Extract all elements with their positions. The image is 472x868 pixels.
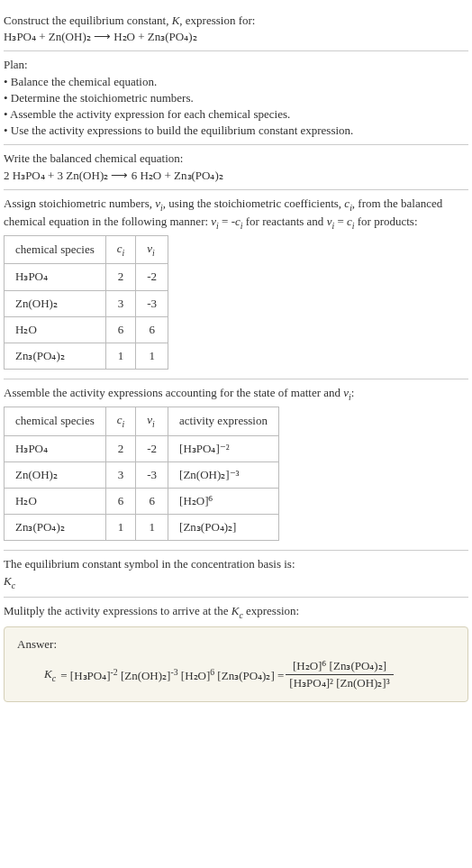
- multiply-text: Mulitply the activity expressions to arr…: [4, 603, 468, 621]
- cell: 1: [136, 515, 168, 541]
- cell: -3: [136, 290, 168, 316]
- activity-intro: Assemble the activity expressions accoun…: [4, 385, 468, 403]
- balanced-section: Write the balanced chemical equation: 2 …: [4, 145, 468, 189]
- table-row: Zn(OH)₂3-3: [5, 290, 168, 316]
- cell: H₂O: [5, 316, 106, 343]
- cell: H₃PO₄: [5, 264, 106, 290]
- cell: Zn₃(PO₄)₂: [5, 515, 106, 541]
- frac-denominator: [H₃PO₄]² [Zn(OH)₂]³: [286, 675, 393, 691]
- cell: 3: [105, 290, 136, 316]
- answer-equation: Kc = [H₃PO₄]-2 [Zn(OH)₂]-3 [H₂O]6 [Zn₃(P…: [17, 653, 455, 691]
- plan-section: Plan: • Balance the chemical equation. •…: [4, 51, 468, 145]
- activity-table: chemical species ci νi activity expressi…: [4, 407, 279, 541]
- cell: 1: [105, 515, 136, 541]
- plan-item: • Use the activity expressions to build …: [4, 123, 468, 139]
- table-row: H₂O66[H₂O]⁶: [5, 488, 279, 514]
- col-ci: ci: [105, 236, 136, 264]
- table-row: Zn₃(PO₄)₂11[Zn₃(PO₄)₂]: [5, 515, 279, 541]
- cell: 6: [105, 316, 136, 343]
- cell: H₂O: [5, 488, 106, 514]
- table-row: Zn₃(PO₄)₂11: [5, 343, 168, 369]
- frac-numerator: [H₂O]⁶ [Zn₃(PO₄)₂]: [286, 658, 393, 675]
- table-row: H₂O66: [5, 316, 168, 343]
- plan-item: • Assemble the activity expression for e…: [4, 106, 468, 123]
- col-vi: νi: [136, 236, 168, 264]
- table-row: H₃PO₄2-2[H₃PO₄]⁻²: [5, 435, 279, 461]
- intro-equation: H₃PO₄ + Zn(OH)₂ ⟶ H₂O + Zn₃(PO₄)₂: [4, 29, 468, 45]
- answer-label: Answer:: [17, 636, 455, 653]
- plan-item: • Balance the chemical equation.: [4, 74, 468, 90]
- intro-line: Construct the equilibrium constant, K, e…: [4, 13, 468, 29]
- balanced-equation: 2 H₃PO₄ + 3 Zn(OH)₂ ⟶ 6 H₂O + Zn₃(PO₄)₂: [4, 168, 468, 184]
- cell: Zn(OH)₂: [5, 290, 106, 316]
- cell: [H₂O]⁶: [168, 488, 279, 514]
- cell: 6: [105, 488, 136, 514]
- col-ci: ci: [105, 407, 136, 435]
- cell: 2: [105, 264, 136, 290]
- col-species: chemical species: [5, 236, 106, 264]
- table-row: H₃PO₄2-2: [5, 264, 168, 290]
- cell: [Zn₃(PO₄)₂]: [168, 515, 279, 541]
- col-species: chemical species: [5, 407, 106, 435]
- cell: Zn₃(PO₄)₂: [5, 343, 106, 369]
- balanced-heading: Write the balanced chemical equation:: [4, 151, 468, 167]
- cell: H₃PO₄: [5, 435, 106, 461]
- cell: Zn(OH)₂: [5, 461, 106, 488]
- activity-section: Assemble the activity expressions accoun…: [4, 379, 468, 551]
- plan-heading: Plan:: [4, 57, 468, 73]
- multiply-section: Mulitply the activity expressions to arr…: [4, 598, 468, 708]
- col-activity: activity expression: [168, 407, 279, 435]
- cell: 1: [136, 343, 168, 369]
- cell: 3: [105, 461, 136, 488]
- cell: 1: [105, 343, 136, 369]
- cell: [H₃PO₄]⁻²: [168, 435, 279, 461]
- stoich-table: chemical species ci νi H₃PO₄2-2 Zn(OH)₂3…: [4, 235, 168, 370]
- cell: -2: [136, 435, 168, 461]
- intro-section: Construct the equilibrium constant, K, e…: [4, 7, 468, 51]
- stoich-intro: Assign stoichiometric numbers, νi, using…: [4, 196, 468, 232]
- symbol-line2: Kc: [4, 573, 468, 591]
- col-vi: νi: [136, 407, 168, 435]
- cell: 2: [105, 435, 136, 461]
- plan-item: • Determine the stoichiometric numbers.: [4, 90, 468, 106]
- cell: 6: [136, 488, 168, 514]
- symbol-section: The equilibrium constant symbol in the c…: [4, 551, 468, 597]
- table-row: Zn(OH)₂3-3[Zn(OH)₂]⁻³: [5, 461, 279, 488]
- cell: 6: [136, 316, 168, 343]
- cell: -2: [136, 264, 168, 290]
- cell: -3: [136, 461, 168, 488]
- symbol-line1: The equilibrium constant symbol in the c…: [4, 556, 468, 572]
- answer-box: Answer: Kc = [H₃PO₄]-2 [Zn(OH)₂]-3 [H₂O]…: [4, 626, 468, 702]
- cell: [Zn(OH)₂]⁻³: [168, 461, 279, 488]
- stoich-section: Assign stoichiometric numbers, νi, using…: [4, 190, 468, 379]
